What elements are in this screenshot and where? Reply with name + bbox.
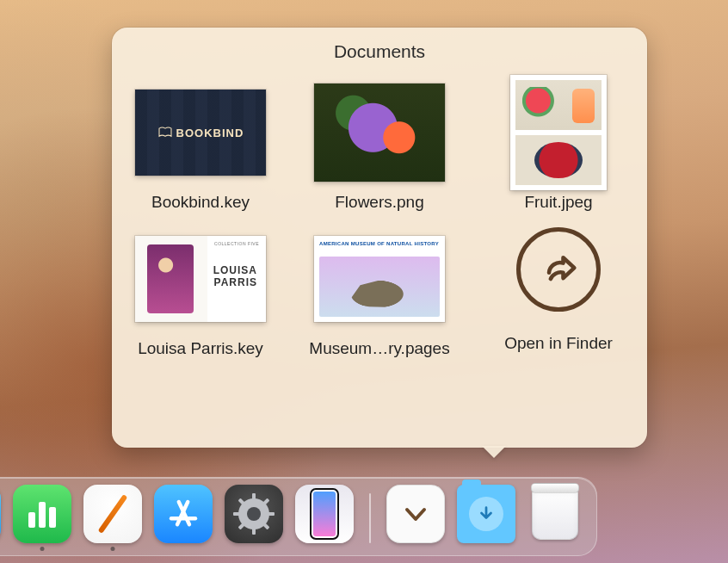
stack-item-bookbind[interactable]: BOOKBIND Bookbind.key	[111, 81, 290, 212]
file-label: Museum…ry.pages	[309, 339, 449, 358]
dock-item-numbers[interactable]	[13, 485, 71, 543]
open-in-finder-icon	[516, 227, 601, 312]
svg-rect-8	[252, 493, 256, 500]
svg-rect-0	[28, 512, 35, 528]
file-label: Louisa Parris.key	[138, 339, 263, 358]
phone-icon	[310, 488, 339, 540]
file-label: Bookbind.key	[151, 193, 250, 212]
dock-item-appstore[interactable]	[154, 485, 213, 543]
svg-rect-9	[252, 528, 256, 535]
chevron-down-icon	[400, 498, 431, 529]
stack-title: Documents	[112, 41, 647, 62]
popup-tail	[482, 446, 506, 458]
dock-item-settings[interactable]	[225, 485, 283, 543]
file-thumbnail: COLLECTION FIVE LOUISA PARRIS	[135, 227, 266, 331]
stack-item-fruit[interactable]: Fruit.jpeg	[469, 81, 648, 212]
file-thumbnail	[314, 81, 445, 184]
share-arrow-icon	[540, 251, 577, 288]
pen-icon	[98, 494, 128, 534]
gear-icon	[232, 492, 275, 535]
dock-item-partial[interactable]	[0, 485, 1, 543]
open-in-finder-button[interactable]: Open in Finder	[469, 227, 648, 358]
dock	[0, 477, 597, 556]
file-label: Fruit.jpeg	[524, 193, 592, 212]
dock-item-trash[interactable]	[527, 485, 583, 543]
stack-item-flowers[interactable]: Flowers.png	[290, 81, 469, 212]
file-thumbnail	[493, 81, 624, 184]
dock-item-recents-stack[interactable]	[386, 485, 445, 543]
dock-container	[0, 477, 728, 556]
file-thumbnail: AMERICAN MUSEUM OF NATURAL HISTORY	[314, 227, 445, 331]
dock-separator	[369, 493, 371, 543]
trash-icon	[532, 488, 578, 540]
file-label: Flowers.png	[335, 193, 424, 212]
dock-item-downloads[interactable]	[457, 485, 515, 543]
stack-grid: BOOKBIND Bookbind.key Flowers.png Fruit.…	[112, 81, 647, 358]
svg-rect-2	[49, 507, 56, 528]
dock-stack-popup: Documents BOOKBIND Bookbind.key Flowers.…	[112, 28, 647, 448]
file-thumbnail: BOOKBIND	[135, 81, 266, 184]
stack-item-museum[interactable]: AMERICAN MUSEUM OF NATURAL HISTORY Museu…	[290, 227, 469, 358]
svg-rect-1	[39, 502, 46, 528]
open-book-icon	[157, 127, 173, 139]
dock-item-iphone-mirroring[interactable]	[295, 485, 354, 543]
svg-point-7	[247, 507, 261, 521]
svg-rect-11	[268, 512, 275, 516]
appstore-icon	[165, 496, 201, 532]
dock-item-pages[interactable]	[83, 485, 142, 543]
download-arrow-icon	[469, 497, 503, 531]
svg-rect-10	[233, 512, 240, 516]
bars-icon	[25, 497, 59, 531]
open-in-finder-label: Open in Finder	[504, 334, 613, 353]
stack-item-louisa[interactable]: COLLECTION FIVE LOUISA PARRIS Louisa Par…	[111, 227, 290, 358]
